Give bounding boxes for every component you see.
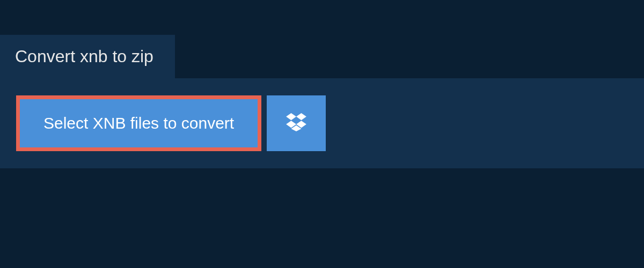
tab-convert-xnb-zip[interactable]: Convert xnb to zip (0, 35, 175, 78)
select-files-label: Select XNB files to convert (43, 114, 234, 132)
tab-strip: Convert xnb to zip (0, 35, 644, 78)
file-select-group: Select XNB files to convert (16, 95, 628, 151)
select-files-button[interactable]: Select XNB files to convert (16, 95, 261, 151)
dropbox-button[interactable] (267, 95, 326, 151)
converter-panel: Select XNB files to convert (0, 78, 644, 168)
dropbox-icon (286, 113, 306, 133)
tab-label: Convert xnb to zip (15, 47, 153, 66)
